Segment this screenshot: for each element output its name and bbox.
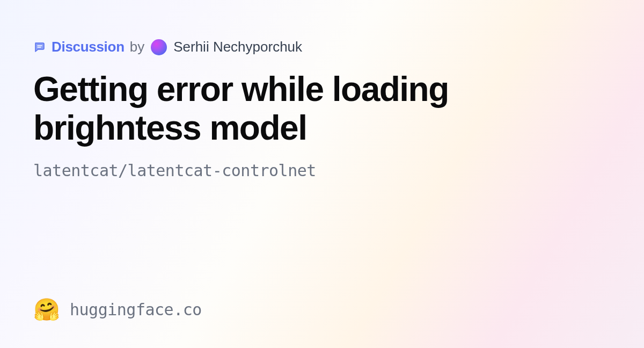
content-area: Discussion by Serhii Nechyporchuk Gettin… — [0, 0, 644, 219]
huggingface-logo-icon: 🤗 — [33, 299, 60, 320]
author-avatar — [151, 39, 167, 55]
discussion-icon — [33, 41, 46, 54]
by-text: by — [130, 39, 144, 55]
discussion-title: Getting error while loading brighntess m… — [33, 70, 611, 147]
discussion-label: Discussion — [52, 39, 125, 55]
footer: 🤗 huggingface.co — [33, 299, 202, 320]
author-name: Serhii Nechyporchuk — [173, 39, 302, 55]
meta-row: Discussion by Serhii Nechyporchuk — [33, 39, 611, 55]
site-url: huggingface.co — [70, 300, 202, 319]
repo-path: latentcat/latentcat-controlnet — [33, 161, 611, 180]
